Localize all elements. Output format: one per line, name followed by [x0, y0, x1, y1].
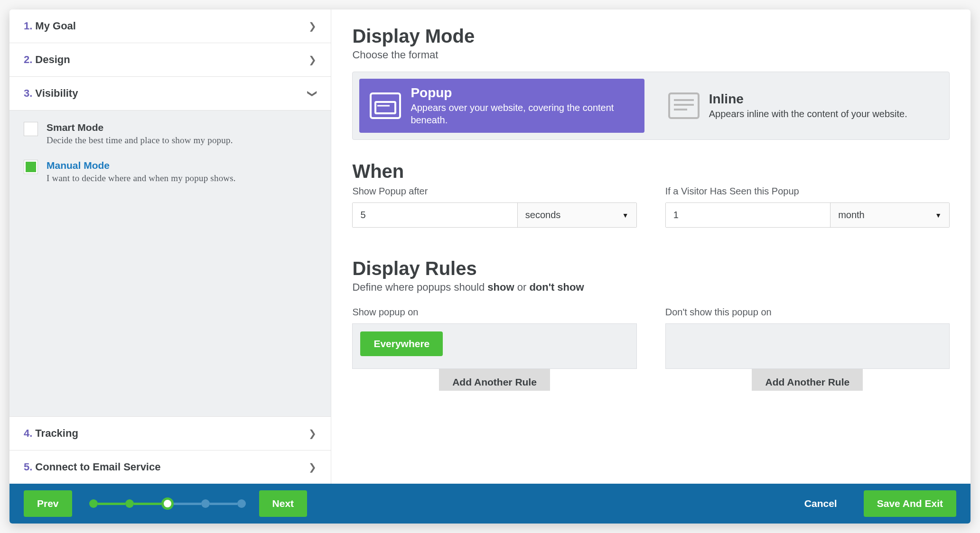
chevron-right-icon: ❯: [308, 54, 317, 65]
footer-bar: Prev Next Cancel Save And Exit: [9, 484, 971, 524]
step-label: Design: [35, 54, 70, 65]
visitor-seen-unit: month: [838, 210, 865, 221]
save-and-exit-button[interactable]: Save And Exit: [864, 490, 956, 517]
show-after-group: Show Popup after seconds ▼: [352, 186, 636, 228]
visitor-seen-unit-select[interactable]: month ▼: [830, 203, 949, 227]
progress-step-1[interactable]: [89, 499, 98, 508]
checkbox-checked-icon[interactable]: [24, 160, 38, 174]
checkbox-unchecked-icon[interactable]: [24, 122, 38, 136]
progress-indicator: [89, 497, 246, 510]
visitor-seen-input-pair: month ▼: [665, 202, 950, 228]
show-rules-label: Show popup on: [352, 307, 636, 318]
show-after-unit: seconds: [525, 210, 561, 221]
dont-show-rules-box: [665, 323, 950, 369]
dont-show-rules-label: Don't show this popup on: [665, 307, 950, 318]
step-number: 4.: [24, 427, 32, 439]
step-design[interactable]: 2.Design ❯: [9, 43, 331, 77]
smart-mode-title: Smart Mode: [47, 122, 233, 133]
visitor-seen-group: If a Visitor Has Seen this Popup month ▼: [665, 186, 950, 228]
svg-rect-1: [375, 102, 395, 113]
when-title: When: [352, 161, 950, 182]
progress-step-4[interactable]: [201, 499, 210, 508]
step-label: My Goal: [35, 20, 76, 32]
display-mode-inline[interactable]: Inline Appears inline with the content o…: [658, 79, 943, 133]
step-number: 3.: [24, 87, 32, 99]
inline-option-desc: Appears inline with the content of your …: [709, 108, 907, 120]
step-label: Tracking: [35, 427, 78, 439]
show-after-unit-select[interactable]: seconds ▼: [517, 203, 636, 227]
app-window: 1.My Goal ❯ 2.Design ❯ 3.Visibility ❯: [9, 9, 971, 524]
cancel-button[interactable]: Cancel: [791, 490, 850, 517]
main-area: 1.My Goal ❯ 2.Design ❯ 3.Visibility ❯: [9, 9, 971, 484]
smart-mode-option[interactable]: Smart Mode Decide the best time and plac…: [24, 122, 317, 146]
progress-step-2[interactable]: [125, 499, 134, 508]
display-mode-popup[interactable]: Popup Appears over your website, coverin…: [359, 79, 644, 133]
prev-button[interactable]: Prev: [24, 490, 72, 517]
content-panel: Display Mode Choose the format Popup App…: [331, 9, 971, 484]
step-number: 5.: [24, 461, 32, 473]
visitor-seen-label: If a Visitor Has Seen this Popup: [665, 186, 950, 197]
popup-option-desc: Appears over your website, covering the …: [411, 101, 634, 126]
add-dont-show-rule-button[interactable]: Add Another Rule: [752, 369, 863, 391]
progress-step-3[interactable]: [161, 497, 174, 510]
manual-mode-title: Manual Mode: [47, 160, 236, 171]
show-after-input[interactable]: [353, 203, 517, 227]
popup-option-title: Popup: [411, 85, 634, 101]
when-row: Show Popup after seconds ▼ If a Visitor …: [352, 186, 950, 228]
smart-mode-desc: Decide the best time and place to show m…: [47, 135, 233, 146]
step-label: Connect to Email Service: [35, 461, 160, 473]
chevron-right-icon: ❯: [308, 461, 317, 473]
rules-title: Display Rules: [352, 258, 950, 279]
popup-icon: [370, 92, 401, 119]
next-button[interactable]: Next: [259, 490, 308, 517]
progress-step-5[interactable]: [237, 499, 246, 508]
visibility-panel: Smart Mode Decide the best time and plac…: [9, 110, 331, 417]
display-mode-options: Popup Appears over your website, coverin…: [352, 72, 950, 140]
step-number: 2.: [24, 54, 32, 65]
show-after-label: Show Popup after: [352, 186, 636, 197]
step-visibility[interactable]: 3.Visibility ❯: [9, 77, 331, 110]
chevron-right-icon: ❯: [308, 428, 317, 439]
inline-option-title: Inline: [709, 92, 907, 107]
manual-mode-option[interactable]: Manual Mode I want to decide where and w…: [24, 160, 317, 184]
inline-icon: [668, 92, 700, 119]
dont-show-rules-col: Don't show this popup on Add Another Rul…: [665, 307, 950, 391]
display-mode-subtitle: Choose the format: [352, 49, 950, 61]
sidebar: 1.My Goal ❯ 2.Design ❯ 3.Visibility ❯: [9, 9, 331, 484]
visitor-seen-input[interactable]: [666, 203, 830, 227]
display-mode-title: Display Mode: [352, 26, 950, 47]
add-show-rule-button[interactable]: Add Another Rule: [439, 369, 550, 391]
step-tracking[interactable]: 4.Tracking ❯: [9, 417, 331, 450]
chevron-down-icon: ❯: [307, 90, 318, 98]
rules-subtitle: Define where popups should show or don't…: [352, 281, 950, 294]
step-number: 1.: [24, 20, 32, 32]
show-rules-col: Show popup on Everywhere Add Another Rul…: [352, 307, 636, 391]
show-after-input-pair: seconds ▼: [352, 202, 636, 228]
show-rules-box: Everywhere: [352, 323, 636, 369]
step-label: Visibility: [35, 87, 78, 99]
rules-row: Show popup on Everywhere Add Another Rul…: [352, 307, 950, 391]
caret-down-icon: ▼: [622, 211, 629, 219]
everywhere-tag[interactable]: Everywhere: [360, 331, 443, 356]
caret-down-icon: ▼: [935, 211, 942, 219]
chevron-right-icon: ❯: [308, 20, 317, 32]
manual-mode-desc: I want to decide where and when my popup…: [47, 173, 236, 184]
step-connect-email[interactable]: 5.Connect to Email Service ❯: [9, 450, 331, 484]
step-my-goal[interactable]: 1.My Goal ❯: [9, 9, 331, 43]
